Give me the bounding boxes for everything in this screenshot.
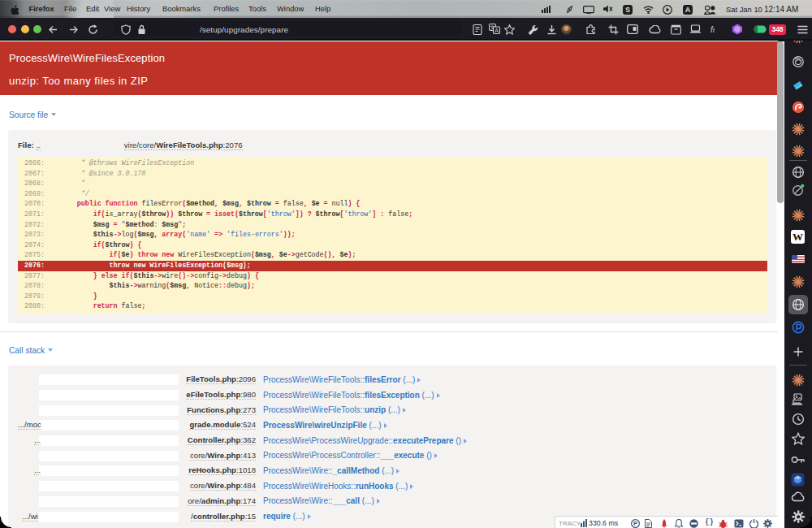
svg-text:S: S — [625, 6, 630, 14]
svg-text:A: A — [685, 6, 691, 14]
svg-text:P: P — [633, 520, 637, 527]
svg-text:A: A — [495, 28, 499, 33]
